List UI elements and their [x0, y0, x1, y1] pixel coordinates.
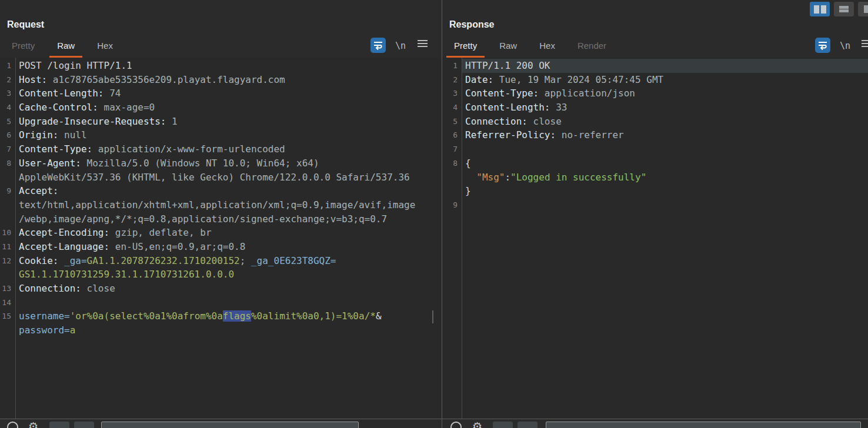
- soft-wrap-icon: [373, 40, 383, 51]
- code-segment: "Logged in successfully": [510, 172, 646, 183]
- request-panel: Request PrettyRawHex \n 1POST /login HTT…: [0, 0, 442, 428]
- code-segment: :: [505, 172, 510, 183]
- soft-wrap-toggle-button[interactable]: [815, 38, 830, 53]
- search-prev-button[interactable]: [49, 422, 69, 428]
- line-number: [442, 184, 462, 198]
- search-prev-button[interactable]: [493, 422, 513, 428]
- response-panel-title: Response: [449, 19, 494, 30]
- code-line: 11Accept-Language: en-US,en;q=0.9,ar;q=0…: [0, 240, 442, 254]
- code-line: 2Date: Tue, 19 Mar 2024 05:47:45 GMT: [442, 73, 868, 87]
- line-number: 1: [442, 59, 462, 73]
- code-segment: HTTP/1.1 200 OK: [465, 60, 550, 71]
- show-newlines-toggle[interactable]: \n: [840, 41, 850, 51]
- tab-pretty[interactable]: Pretty: [446, 36, 485, 58]
- code-line: 1HTTP/1.1 200 OK: [442, 59, 868, 73]
- line-number: [0, 212, 15, 226]
- code-line: 7: [442, 142, 868, 156]
- code-segment: }: [465, 185, 471, 196]
- code-segment: Content-Length:: [465, 102, 550, 113]
- request-search-input[interactable]: [101, 422, 359, 428]
- line-number: 10: [0, 226, 15, 240]
- show-newlines-toggle[interactable]: \n: [395, 41, 406, 51]
- request-editor[interactable]: 1POST /login HTTP/1.12Host: a1c78765abe5…: [0, 58, 442, 419]
- line-number: 12: [0, 254, 15, 268]
- search-icon[interactable]: [450, 422, 462, 428]
- code-segment: "Msg": [476, 172, 505, 183]
- response-tab-bar: PrettyRawHexRender: [442, 36, 868, 58]
- selected-text: flags: [223, 310, 251, 322]
- code-segment: password=: [19, 325, 70, 336]
- code-segment: Cookie:: [19, 255, 58, 266]
- code-line: 3Content-Length: 74: [0, 86, 442, 101]
- code-segment: Accept-Language:: [19, 241, 109, 252]
- line-number: 11: [0, 240, 15, 254]
- code-segment: username=: [19, 310, 70, 322]
- line-number: 2: [0, 73, 15, 87]
- response-search-input[interactable]: [546, 422, 861, 428]
- code-segment: no-referrer: [556, 129, 624, 141]
- tab-hex[interactable]: Hex: [89, 36, 121, 58]
- code-segment: Host:: [19, 74, 47, 85]
- tab-pretty[interactable]: Pretty: [4, 36, 42, 58]
- code-line: 6Origin: null: [0, 128, 442, 142]
- code-segment: en-US,en;q=0.9,ar;q=0.8: [109, 241, 245, 252]
- soft-wrap-icon: [817, 40, 828, 51]
- gutter-divider: [15, 58, 16, 419]
- code-segment: Connection:: [465, 116, 528, 127]
- code-segment: close: [528, 116, 562, 127]
- code-segment: null: [58, 129, 86, 141]
- code-segment: _ga_0E623T8GQZ=: [251, 255, 336, 266]
- code-line: 12Cookie: _ga=GA1.1.2078726232.171020015…: [0, 254, 442, 268]
- line-number: 3: [442, 86, 462, 101]
- line-number: 1: [0, 59, 15, 73]
- search-icon[interactable]: [7, 422, 18, 428]
- code-line: 10Accept-Encoding: gzip, deflate, br: [0, 226, 442, 240]
- tab-raw[interactable]: Raw: [49, 36, 82, 58]
- code-segment: GA1.1.2078726232.1710200152: [87, 255, 240, 266]
- code-segment: Connection:: [19, 283, 81, 294]
- code-segment: Accept-Encoding:: [19, 227, 109, 238]
- search-next-button[interactable]: [518, 422, 538, 428]
- code-line: 8User-Agent: Mozilla/5.0 (Windows NT 10.…: [0, 156, 442, 170]
- code-line: 7Content-Type: application/x-www-form-ur…: [0, 142, 442, 156]
- code-line: 8{: [442, 156, 868, 170]
- code-segment: Tue, 19 Mar 2024 05:47:45 GMT: [493, 74, 663, 85]
- code-segment: 74: [104, 88, 121, 99]
- response-editor[interactable]: 1HTTP/1.1 200 OK2Date: Tue, 19 Mar 2024 …: [442, 58, 868, 419]
- line-number: 13: [0, 282, 15, 296]
- code-line: 3Content-Type: application/json: [442, 86, 868, 101]
- code-line: 1POST /login HTTP/1.1: [0, 59, 442, 73]
- soft-wrap-toggle-button[interactable]: [370, 38, 386, 53]
- code-segment: max-age=0: [98, 102, 155, 113]
- burp-message-editor: Request PrettyRawHex \n 1POST /login HTT…: [0, 0, 868, 428]
- code-segment: text/html,application/xhtml+xml,applicat…: [19, 199, 415, 210]
- code-segment: ;: [240, 255, 251, 266]
- line-number: 7: [442, 142, 462, 156]
- code-segment: [465, 172, 476, 183]
- line-number: 8: [0, 156, 15, 170]
- gear-icon[interactable]: ⚙: [28, 420, 38, 428]
- tab-raw[interactable]: Raw: [492, 36, 525, 58]
- code-segment: application/x-www-form-urlencoded: [92, 143, 285, 155]
- line-number: 4: [0, 101, 15, 115]
- hamburger-menu-icon[interactable]: [862, 40, 868, 49]
- search-next-button[interactable]: [74, 422, 94, 428]
- hamburger-menu-icon[interactable]: [418, 40, 428, 49]
- line-number: 14: [0, 296, 15, 310]
- code-segment: a: [70, 325, 76, 336]
- code-line: 14: [0, 296, 442, 310]
- line-number: 7: [0, 142, 15, 156]
- gear-icon[interactable]: ⚙: [472, 420, 482, 428]
- code-segment: Content-Length:: [19, 88, 104, 99]
- line-number: 2: [442, 73, 462, 87]
- code-segment: Accept:: [19, 185, 58, 196]
- tab-hex[interactable]: Hex: [532, 36, 563, 58]
- code-segment: application/json: [539, 88, 635, 99]
- code-segment: &: [376, 310, 382, 322]
- code-line: 4Content-Length: 33: [442, 101, 868, 115]
- tab-render[interactable]: Render: [570, 36, 614, 58]
- code-line: 9Accept:: [0, 184, 442, 198]
- line-number: 6: [0, 128, 15, 142]
- code-segment: Cache-Control:: [19, 102, 98, 113]
- line-number: [0, 268, 15, 282]
